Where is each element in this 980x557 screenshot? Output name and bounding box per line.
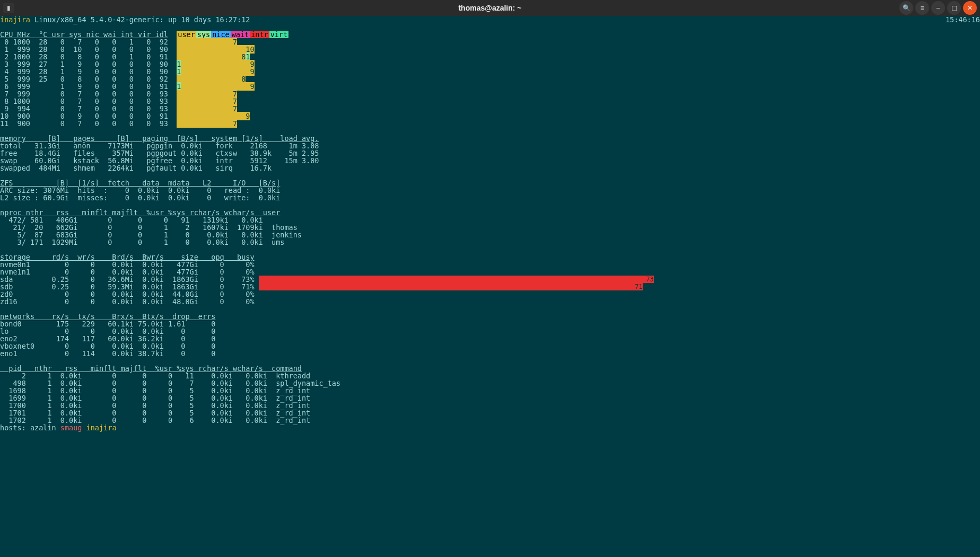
app-menu-icon[interactable]: ▮	[3, 3, 14, 13]
search-icon[interactable]: 🔍	[899, 1, 913, 15]
minimize-button[interactable]: –	[931, 1, 945, 15]
window-title: thomas@azalin: ~	[0, 4, 980, 12]
terminal[interactable]: inajira Linux/x86_64 5.4.0-42-generic: u…	[0, 16, 980, 557]
maximize-button[interactable]: ▢	[947, 1, 961, 15]
close-button[interactable]: ✕	[963, 1, 977, 15]
titlebar: ▮ thomas@azalin: ~ 🔍 ≡ – ▢ ✕	[0, 0, 980, 16]
menu-icon[interactable]: ≡	[915, 1, 929, 15]
